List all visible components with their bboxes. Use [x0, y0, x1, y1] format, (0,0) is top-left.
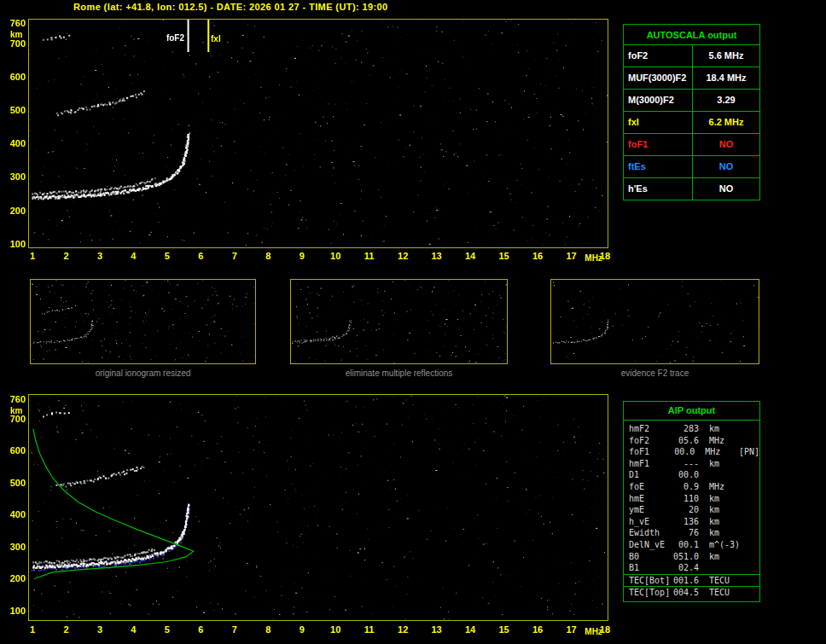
thumbnail-caption: evidence F2 trace	[550, 368, 759, 378]
aip-row-extra	[743, 551, 759, 563]
aip-row: B102.4	[624, 562, 759, 574]
x-tick-label: 2	[55, 251, 77, 261]
aip-row: hmE110km	[624, 493, 759, 505]
y-tick-label: 500	[3, 478, 26, 488]
aip-row-extra	[743, 493, 759, 505]
autoscala-table-title: AUTOSCALA output	[624, 25, 759, 45]
aip-row-label: B1	[629, 562, 670, 574]
autoscala-row-value: 5.6 MHz	[693, 45, 759, 67]
aip-row-extra	[743, 504, 759, 516]
autoscala-row-value: NO	[693, 178, 759, 200]
aip-row-value: 136	[670, 516, 699, 528]
autoscala-row-label: M(3000)F2	[624, 90, 693, 111]
x-tick-label: 11	[358, 624, 381, 635]
autoscala-row-label: fxl	[624, 112, 693, 133]
aip-row: D100.0	[624, 469, 759, 481]
aip-row: ymE20km	[624, 504, 759, 516]
aip-row-label: hmF2	[629, 423, 670, 435]
aip-row-value: 110	[670, 493, 699, 505]
aip-row: foE0.9MHz	[624, 481, 759, 493]
aip-row-label: DelN_vE	[629, 539, 670, 551]
aip-row-extra	[743, 527, 759, 539]
y-tick-label: 400	[3, 509, 26, 519]
aip-row-unit: MHz	[699, 481, 743, 493]
aip-row: TEC[Top]004.5TECU	[624, 586, 759, 599]
aip-row-unit: km	[699, 423, 743, 435]
aip-row-label: B0	[629, 551, 670, 563]
thumbnail-multiple-reflections-removed	[290, 279, 508, 364]
y-tick-label: 700	[3, 38, 26, 49]
aip-row-unit: km	[699, 551, 743, 563]
autoscala-row-value: NO	[693, 134, 759, 155]
autoscala-row: fxl6.2 MHz	[624, 112, 759, 134]
y-axis-unit: km	[10, 406, 22, 415]
x-tick-label: 12	[392, 251, 414, 261]
aip-row-extra	[743, 435, 759, 447]
x-tick-label: 14	[459, 251, 481, 261]
aip-row-label: hmF1	[629, 458, 670, 470]
y-tick-label: 600	[3, 72, 26, 82]
aip-row-extra	[743, 539, 759, 551]
aip-row-value: 76	[670, 527, 699, 539]
aip-row-extra	[743, 587, 759, 599]
aip-row-unit	[699, 562, 743, 574]
aip-row: hmF1---km	[624, 458, 759, 470]
aip-row-unit	[699, 469, 743, 481]
aip-row: DelN_vE00.1m^(-3)	[624, 539, 759, 551]
x-tick-label: 14	[459, 624, 481, 635]
aip-row-extra	[743, 575, 759, 587]
aip-row-label: D1	[629, 469, 670, 481]
x-tick-label: 7	[224, 251, 246, 261]
y-tick-label: 300	[3, 542, 26, 552]
x-tick-label: 10	[324, 251, 346, 261]
autoscala-row-value: NO	[693, 156, 759, 177]
x-tick-label: 12	[392, 624, 414, 635]
x-tick-label: 5	[156, 624, 178, 635]
x-tick-label: 4	[122, 251, 144, 261]
bottom-ionogram-canvas	[29, 395, 608, 620]
x-axis-unit: MHz	[585, 627, 602, 636]
x-tick-label: 1	[21, 251, 44, 261]
aip-row-unit: m^(-3)	[699, 539, 743, 551]
aip-row: Ewidth76km	[624, 527, 759, 539]
aip-row-label: ymE	[629, 504, 670, 516]
x-tick-label: 17	[561, 624, 583, 635]
x-tick-label: 15	[493, 624, 515, 635]
x-tick-label: 2	[55, 624, 77, 635]
thumbnail-filtered-canvas	[291, 280, 507, 363]
x-tick-label: 8	[257, 624, 279, 635]
x-tick-label: 11	[358, 251, 381, 261]
autoscala-row: M(3000)F23.29	[624, 90, 759, 112]
y-axis-unit: km	[10, 30, 22, 39]
aip-row-extra: [PN]	[737, 446, 759, 458]
aip-row-value: ---	[670, 458, 699, 470]
aip-row: B0051.0km	[624, 551, 759, 563]
y-tick-label: 100	[3, 239, 26, 249]
y-tick-label: 760	[3, 18, 26, 28]
autoscala-output-table: AUTOSCALA output foF25.6 MHzMUF(3000)F21…	[623, 24, 760, 200]
aip-row-value: 283	[670, 423, 699, 435]
x-tick-label: 9	[291, 624, 313, 635]
autoscala-row-label: foF1	[624, 134, 693, 155]
y-tick-label: 500	[3, 105, 26, 115]
x-tick-label: 9	[291, 251, 313, 261]
autoscala-row-value: 18.4 MHz	[693, 67, 759, 89]
aip-row: foF205.6MHz	[624, 435, 759, 447]
aip-row-extra	[743, 562, 759, 574]
aip-row-extra	[743, 469, 759, 481]
autoscala-row-value: 3.29	[693, 90, 759, 111]
aip-row-value: 001.6	[670, 575, 699, 587]
aip-row-extra	[743, 516, 759, 528]
aip-row-label: h_vE	[629, 516, 670, 528]
autoscala-row: h'EsNO	[624, 178, 759, 200]
aip-row: h_vE136km	[624, 516, 759, 528]
x-tick-label: 8	[257, 251, 279, 261]
aip-row-value: 00.0	[667, 446, 695, 458]
x-tick-label: 1	[21, 624, 44, 635]
aip-rows: hmF2283kmfoF205.6MHzfoF100.0MHz[PN]hmF1-…	[624, 423, 759, 599]
aip-row-label: hmE	[629, 493, 670, 505]
aip-row-label: Ewidth	[629, 527, 670, 539]
aip-row-unit: km	[699, 527, 743, 539]
top-ionogram-plot: foF2 fxl	[28, 19, 608, 248]
aip-row-label: TEC[Bot]	[629, 575, 670, 587]
